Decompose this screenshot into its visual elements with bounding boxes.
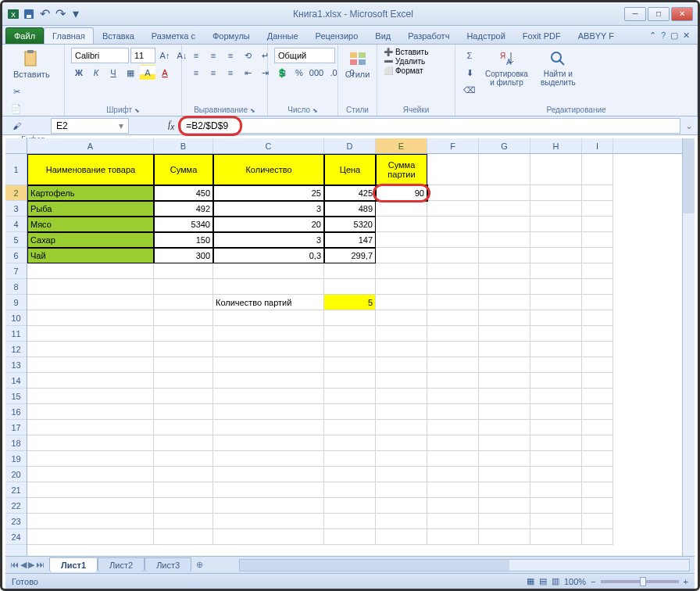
expand-formula-icon[interactable]: ⌄ <box>680 120 698 131</box>
find-select-button[interactable]: Найти и выделить <box>536 48 580 88</box>
row-header-22[interactable]: 22 <box>5 498 27 514</box>
col-header-F[interactable]: F <box>427 138 479 153</box>
row-header-19[interactable]: 19 <box>5 451 27 467</box>
cell-A3[interactable]: Рыба <box>27 201 154 217</box>
row-header-1[interactable]: 1 <box>5 154 27 185</box>
col-header-G[interactable]: G <box>479 138 530 153</box>
row-header-23[interactable]: 23 <box>5 514 27 529</box>
currency-icon[interactable]: 💲 <box>274 65 290 81</box>
cell-A2[interactable]: Картофель <box>27 185 154 201</box>
cell-H2[interactable] <box>530 185 582 201</box>
row-header-4[interactable]: 4 <box>5 217 27 232</box>
row-header-15[interactable]: 15 <box>5 389 27 404</box>
row-header-13[interactable]: 13 <box>5 357 27 373</box>
align-top-icon[interactable]: ≡ <box>188 48 204 63</box>
cell-B3[interactable]: 492 <box>154 201 213 217</box>
tab-data[interactable]: Данные <box>259 27 307 44</box>
cell-B2[interactable]: 450 <box>154 185 213 201</box>
align-launcher-icon[interactable]: ⬊ <box>250 107 255 114</box>
cell-B6[interactable]: 300 <box>154 248 213 263</box>
row-header-10[interactable]: 10 <box>5 310 27 326</box>
cell-A5[interactable]: Сахар <box>27 232 154 248</box>
number-format-select[interactable] <box>274 48 335 63</box>
col-header-H[interactable]: H <box>530 138 582 153</box>
cell-D2[interactable]: 425 <box>324 185 376 201</box>
sheet-next-icon[interactable]: ▶ <box>28 560 34 570</box>
clear-icon[interactable]: ⌫ <box>462 82 477 98</box>
row-header-8[interactable]: 8 <box>5 279 27 295</box>
tab-abbyy[interactable]: ABBYY F <box>570 27 623 44</box>
zoom-in-icon[interactable]: + <box>684 577 688 586</box>
border-icon[interactable]: ▦ <box>123 65 138 81</box>
fill-color-icon[interactable]: A <box>140 65 155 81</box>
align-left-icon[interactable]: ≡ <box>188 65 204 81</box>
row-header-9[interactable]: 9 <box>5 295 27 310</box>
percent-icon[interactable]: % <box>291 65 307 81</box>
row-header-3[interactable]: 3 <box>5 201 27 217</box>
number-launcher-icon[interactable]: ⬊ <box>312 107 318 114</box>
formula-input[interactable]: =B2/$D$9 <box>180 118 680 134</box>
vertical-scrollbar[interactable] <box>682 138 695 556</box>
orientation-icon[interactable]: ⟲ <box>240 48 255 63</box>
hscroll-thumb[interactable] <box>240 560 509 571</box>
tab-foxit[interactable]: Foxit PDF <box>514 27 570 44</box>
view-normal-icon[interactable]: ▦ <box>527 576 534 586</box>
col-header-D[interactable]: D <box>324 138 376 153</box>
cell-G2[interactable] <box>479 185 530 201</box>
format-cells-button[interactable]: ⬜Формат <box>384 66 423 75</box>
tab-home[interactable]: Главная <box>44 27 94 44</box>
col-header-I[interactable]: I <box>582 138 613 153</box>
window-restore-icon[interactable]: ▢ <box>670 30 678 41</box>
sheet-tab-1[interactable]: Лист1 <box>49 557 98 572</box>
zoom-level[interactable]: 100% <box>564 577 586 586</box>
zoom-out-icon[interactable]: − <box>591 577 595 586</box>
tab-addins[interactable]: Надстрой <box>458 27 513 44</box>
cell-E1[interactable]: Сумма партии <box>376 154 427 185</box>
cell-F1[interactable] <box>427 154 479 185</box>
col-header-A[interactable]: A <box>27 138 154 153</box>
zoom-slider[interactable] <box>601 580 679 583</box>
tab-insert[interactable]: Вставка <box>94 27 143 44</box>
font-color-icon[interactable]: A <box>157 65 173 81</box>
cell-A6[interactable]: Чай <box>27 248 154 263</box>
sort-filter-button[interactable]: ЯА Сортировка и фильтр <box>480 48 533 88</box>
sheet-last-icon[interactable]: ⏭ <box>36 560 45 570</box>
horizontal-scrollbar[interactable] <box>239 559 690 571</box>
zoom-thumb[interactable] <box>640 577 646 586</box>
cell-E6[interactable] <box>376 248 427 263</box>
cell-D1[interactable]: Цена <box>324 154 376 185</box>
tab-review[interactable]: Рецензиро <box>307 27 367 44</box>
cell-I1[interactable] <box>582 154 613 185</box>
tab-file[interactable]: Файл <box>5 27 44 44</box>
qat-more-icon[interactable]: ▾ <box>70 8 82 20</box>
row-header-21[interactable]: 21 <box>5 482 27 498</box>
cell-D4[interactable]: 5320 <box>324 217 376 232</box>
insert-cells-button[interactable]: ➕Вставить <box>384 48 428 56</box>
autosum-icon[interactable]: Σ <box>462 48 477 63</box>
new-sheet-icon[interactable]: ⊕ <box>191 560 208 570</box>
help-icon[interactable]: ? <box>661 30 666 41</box>
row-header-2[interactable]: 2 <box>5 185 27 201</box>
align-middle-icon[interactable]: ≡ <box>205 48 221 63</box>
paste-button[interactable]: Вставить <box>9 48 55 81</box>
align-right-icon[interactable]: ≡ <box>223 65 238 81</box>
cell-C9[interactable]: Количество партий <box>213 295 324 310</box>
sheet-prev-icon[interactable]: ◀ <box>20 560 27 570</box>
increase-font-icon[interactable]: A↑ <box>157 48 173 63</box>
cell-B4[interactable]: 5340 <box>154 217 213 232</box>
row-header-11[interactable]: 11 <box>5 326 27 342</box>
close-button[interactable]: ✕ <box>671 7 693 21</box>
cell-I2[interactable] <box>582 185 613 201</box>
cell-G1[interactable] <box>479 154 530 185</box>
window-x-icon[interactable]: ✕ <box>683 30 690 41</box>
cell-E5[interactable] <box>376 232 427 248</box>
cell-D6[interactable]: 299,7 <box>324 248 376 263</box>
cell-D3[interactable]: 489 <box>324 201 376 217</box>
underline-icon[interactable]: Ч <box>105 65 121 81</box>
row-header-6[interactable]: 6 <box>5 248 27 263</box>
view-pagebreak-icon[interactable]: ▥ <box>552 576 559 586</box>
select-all-corner[interactable] <box>5 138 27 154</box>
view-layout-icon[interactable]: ▤ <box>539 576 547 586</box>
redo-icon[interactable]: ↷ <box>54 8 66 20</box>
cell-E3[interactable] <box>376 201 427 217</box>
